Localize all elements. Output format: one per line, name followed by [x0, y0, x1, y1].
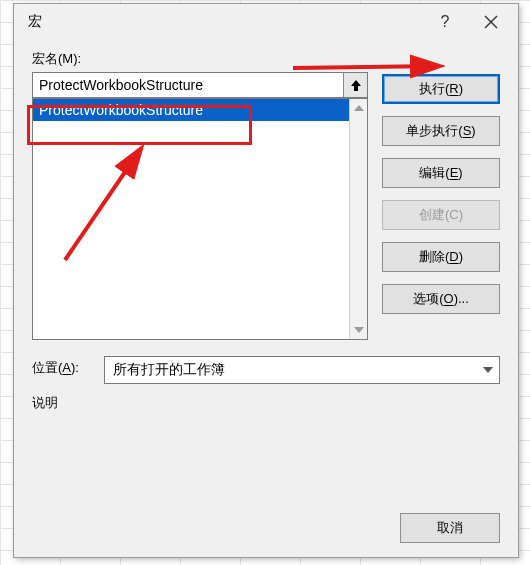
options-button[interactable]: 选项(O)... — [382, 284, 500, 314]
delete-button[interactable]: 删除(D) — [382, 242, 500, 272]
action-buttons-column: 执行(R) 单步执行(S) 编辑(E) 创建(C) 删除(D) 选项(O)... — [382, 50, 500, 340]
close-button[interactable] — [468, 6, 514, 38]
titlebar: 宏 ? — [14, 4, 518, 40]
edit-button[interactable]: 编辑(E) — [382, 158, 500, 188]
scroll-up-icon — [350, 99, 368, 117]
macro-dialog: 宏 ? 宏名(M): — [13, 3, 519, 558]
dialog-title: 宏 — [28, 13, 422, 31]
macro-list[interactable]: ProtectWorkbookStructure — [32, 98, 368, 340]
location-selected-value: 所有打开的工作簿 — [113, 361, 225, 379]
arrow-up-icon — [350, 78, 362, 92]
macro-name-picker-button[interactable] — [343, 73, 367, 97]
macro-name-label: 宏名(M): — [32, 50, 368, 68]
description-label: 说明 — [32, 394, 500, 412]
dialog-body: 宏名(M): ProtectWorkbookStructure — [14, 40, 518, 557]
close-icon — [484, 15, 498, 29]
location-select[interactable]: 所有打开的工作簿 — [104, 356, 500, 384]
location-label: 位置(A): — [32, 359, 94, 377]
step-button[interactable]: 单步执行(S) — [382, 116, 500, 146]
create-button: 创建(C) — [382, 200, 500, 230]
list-scrollbar[interactable] — [349, 99, 367, 339]
macro-name-field-wrap — [32, 72, 368, 98]
chevron-down-icon — [483, 367, 493, 373]
cancel-button[interactable]: 取消 — [400, 513, 500, 543]
scroll-down-icon — [350, 321, 368, 339]
run-button[interactable]: 执行(R) — [382, 74, 500, 104]
macro-name-input[interactable] — [33, 73, 343, 97]
help-button[interactable]: ? — [422, 6, 468, 38]
list-item[interactable]: ProtectWorkbookStructure — [33, 99, 349, 121]
description-area — [32, 416, 500, 466]
